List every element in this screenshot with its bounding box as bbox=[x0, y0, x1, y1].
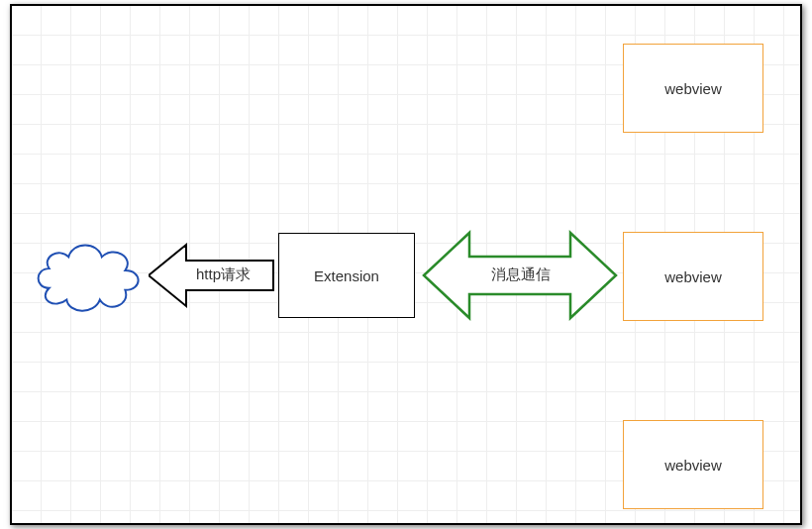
cloud-icon bbox=[30, 229, 147, 323]
message-arrow-label: 消息通信 bbox=[489, 265, 553, 284]
webview-top-label: webview bbox=[664, 80, 722, 97]
webview-mid-box: webview bbox=[623, 232, 763, 321]
webview-mid-label: webview bbox=[664, 268, 722, 285]
http-arrow-label: http请求 bbox=[194, 265, 253, 284]
webview-top-box: webview bbox=[623, 44, 763, 133]
webview-bottom-box: webview bbox=[623, 420, 763, 509]
diagram-frame: http请求 Extension 消息通信 webview webview we… bbox=[10, 4, 802, 525]
extension-box: Extension bbox=[278, 233, 415, 318]
extension-label: Extension bbox=[314, 267, 379, 284]
webview-bottom-label: webview bbox=[664, 457, 722, 474]
